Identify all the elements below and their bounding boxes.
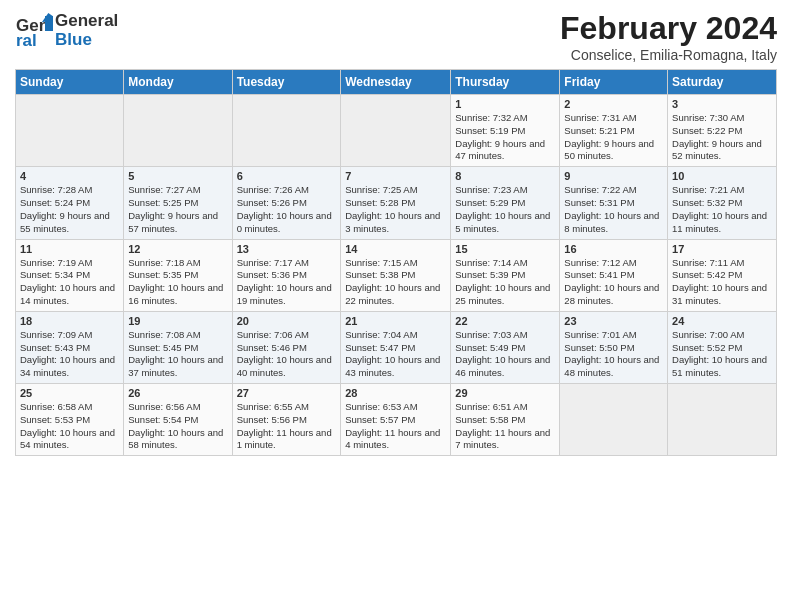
day-info: Sunrise: 7:09 AM Sunset: 5:43 PM Dayligh…: [20, 329, 119, 380]
day-number: 27: [237, 387, 337, 399]
day-info: Sunrise: 7:00 AM Sunset: 5:52 PM Dayligh…: [672, 329, 772, 380]
day-info: Sunrise: 6:51 AM Sunset: 5:58 PM Dayligh…: [455, 401, 555, 452]
day-info: Sunrise: 7:19 AM Sunset: 5:34 PM Dayligh…: [20, 257, 119, 308]
calendar-cell: [668, 384, 777, 456]
calendar-cell: 20Sunrise: 7:06 AM Sunset: 5:46 PM Dayli…: [232, 311, 341, 383]
calendar-week-4: 25Sunrise: 6:58 AM Sunset: 5:53 PM Dayli…: [16, 384, 777, 456]
col-thursday: Thursday: [451, 70, 560, 95]
calendar-cell: 21Sunrise: 7:04 AM Sunset: 5:47 PM Dayli…: [341, 311, 451, 383]
logo-icon: Gene ral: [15, 11, 53, 49]
day-info: Sunrise: 7:03 AM Sunset: 5:49 PM Dayligh…: [455, 329, 555, 380]
day-number: 23: [564, 315, 663, 327]
calendar-cell: 29Sunrise: 6:51 AM Sunset: 5:58 PM Dayli…: [451, 384, 560, 456]
calendar-cell: 13Sunrise: 7:17 AM Sunset: 5:36 PM Dayli…: [232, 239, 341, 311]
day-number: 1: [455, 98, 555, 110]
svg-text:ral: ral: [16, 31, 37, 49]
calendar-cell: 11Sunrise: 7:19 AM Sunset: 5:34 PM Dayli…: [16, 239, 124, 311]
day-number: 15: [455, 243, 555, 255]
calendar-cell: 24Sunrise: 7:00 AM Sunset: 5:52 PM Dayli…: [668, 311, 777, 383]
calendar-cell: 9Sunrise: 7:22 AM Sunset: 5:31 PM Daylig…: [560, 167, 668, 239]
day-info: Sunrise: 7:21 AM Sunset: 5:32 PM Dayligh…: [672, 184, 772, 235]
day-number: 9: [564, 170, 663, 182]
day-number: 24: [672, 315, 772, 327]
calendar-week-1: 4Sunrise: 7:28 AM Sunset: 5:24 PM Daylig…: [16, 167, 777, 239]
calendar-cell: [232, 95, 341, 167]
calendar-cell: 25Sunrise: 6:58 AM Sunset: 5:53 PM Dayli…: [16, 384, 124, 456]
day-info: Sunrise: 7:28 AM Sunset: 5:24 PM Dayligh…: [20, 184, 119, 235]
logo-general-text: General: [55, 12, 118, 31]
calendar-cell: 19Sunrise: 7:08 AM Sunset: 5:45 PM Dayli…: [124, 311, 232, 383]
day-info: Sunrise: 7:08 AM Sunset: 5:45 PM Dayligh…: [128, 329, 227, 380]
day-number: 16: [564, 243, 663, 255]
calendar-cell: 8Sunrise: 7:23 AM Sunset: 5:29 PM Daylig…: [451, 167, 560, 239]
calendar-cell: 5Sunrise: 7:27 AM Sunset: 5:25 PM Daylig…: [124, 167, 232, 239]
calendar-cell: [124, 95, 232, 167]
calendar-cell: 3Sunrise: 7:30 AM Sunset: 5:22 PM Daylig…: [668, 95, 777, 167]
calendar-week-0: 1Sunrise: 7:32 AM Sunset: 5:19 PM Daylig…: [16, 95, 777, 167]
col-friday: Friday: [560, 70, 668, 95]
calendar-cell: 6Sunrise: 7:26 AM Sunset: 5:26 PM Daylig…: [232, 167, 341, 239]
day-number: 8: [455, 170, 555, 182]
day-info: Sunrise: 6:56 AM Sunset: 5:54 PM Dayligh…: [128, 401, 227, 452]
day-number: 25: [20, 387, 119, 399]
calendar-cell: 17Sunrise: 7:11 AM Sunset: 5:42 PM Dayli…: [668, 239, 777, 311]
col-monday: Monday: [124, 70, 232, 95]
col-wednesday: Wednesday: [341, 70, 451, 95]
calendar-header-row: Sunday Monday Tuesday Wednesday Thursday…: [16, 70, 777, 95]
day-info: Sunrise: 7:27 AM Sunset: 5:25 PM Dayligh…: [128, 184, 227, 235]
day-number: 22: [455, 315, 555, 327]
col-tuesday: Tuesday: [232, 70, 341, 95]
day-number: 18: [20, 315, 119, 327]
calendar-cell: 15Sunrise: 7:14 AM Sunset: 5:39 PM Dayli…: [451, 239, 560, 311]
calendar-week-3: 18Sunrise: 7:09 AM Sunset: 5:43 PM Dayli…: [16, 311, 777, 383]
day-number: 19: [128, 315, 227, 327]
calendar-cell: 23Sunrise: 7:01 AM Sunset: 5:50 PM Dayli…: [560, 311, 668, 383]
page-title: February 2024: [560, 10, 777, 47]
day-number: 4: [20, 170, 119, 182]
calendar-cell: 10Sunrise: 7:21 AM Sunset: 5:32 PM Dayli…: [668, 167, 777, 239]
day-info: Sunrise: 7:26 AM Sunset: 5:26 PM Dayligh…: [237, 184, 337, 235]
day-number: 6: [237, 170, 337, 182]
calendar-cell: [560, 384, 668, 456]
calendar-cell: 7Sunrise: 7:25 AM Sunset: 5:28 PM Daylig…: [341, 167, 451, 239]
day-info: Sunrise: 7:32 AM Sunset: 5:19 PM Dayligh…: [455, 112, 555, 163]
day-info: Sunrise: 6:55 AM Sunset: 5:56 PM Dayligh…: [237, 401, 337, 452]
calendar-cell: 26Sunrise: 6:56 AM Sunset: 5:54 PM Dayli…: [124, 384, 232, 456]
calendar-cell: 27Sunrise: 6:55 AM Sunset: 5:56 PM Dayli…: [232, 384, 341, 456]
col-sunday: Sunday: [16, 70, 124, 95]
day-number: 20: [237, 315, 337, 327]
day-number: 12: [128, 243, 227, 255]
day-number: 17: [672, 243, 772, 255]
day-number: 26: [128, 387, 227, 399]
calendar-cell: 16Sunrise: 7:12 AM Sunset: 5:41 PM Dayli…: [560, 239, 668, 311]
calendar-cell: 1Sunrise: 7:32 AM Sunset: 5:19 PM Daylig…: [451, 95, 560, 167]
calendar-table: Sunday Monday Tuesday Wednesday Thursday…: [15, 69, 777, 456]
day-info: Sunrise: 6:58 AM Sunset: 5:53 PM Dayligh…: [20, 401, 119, 452]
day-info: Sunrise: 7:15 AM Sunset: 5:38 PM Dayligh…: [345, 257, 446, 308]
day-number: 3: [672, 98, 772, 110]
day-number: 7: [345, 170, 446, 182]
day-info: Sunrise: 7:23 AM Sunset: 5:29 PM Dayligh…: [455, 184, 555, 235]
day-info: Sunrise: 7:11 AM Sunset: 5:42 PM Dayligh…: [672, 257, 772, 308]
day-number: 28: [345, 387, 446, 399]
day-number: 5: [128, 170, 227, 182]
calendar-cell: 2Sunrise: 7:31 AM Sunset: 5:21 PM Daylig…: [560, 95, 668, 167]
calendar-cell: [16, 95, 124, 167]
calendar-week-2: 11Sunrise: 7:19 AM Sunset: 5:34 PM Dayli…: [16, 239, 777, 311]
day-info: Sunrise: 7:25 AM Sunset: 5:28 PM Dayligh…: [345, 184, 446, 235]
day-number: 11: [20, 243, 119, 255]
day-info: Sunrise: 7:17 AM Sunset: 5:36 PM Dayligh…: [237, 257, 337, 308]
day-info: Sunrise: 7:12 AM Sunset: 5:41 PM Dayligh…: [564, 257, 663, 308]
title-area: February 2024 Conselice, Emilia-Romagna,…: [560, 10, 777, 63]
day-info: Sunrise: 7:01 AM Sunset: 5:50 PM Dayligh…: [564, 329, 663, 380]
calendar-cell: 28Sunrise: 6:53 AM Sunset: 5:57 PM Dayli…: [341, 384, 451, 456]
calendar-cell: 4Sunrise: 7:28 AM Sunset: 5:24 PM Daylig…: [16, 167, 124, 239]
day-info: Sunrise: 7:22 AM Sunset: 5:31 PM Dayligh…: [564, 184, 663, 235]
day-number: 10: [672, 170, 772, 182]
page-subtitle: Conselice, Emilia-Romagna, Italy: [560, 47, 777, 63]
day-info: Sunrise: 7:14 AM Sunset: 5:39 PM Dayligh…: [455, 257, 555, 308]
page-container: Gene ral General Blue February 2024 Cons…: [0, 0, 792, 466]
calendar-cell: 18Sunrise: 7:09 AM Sunset: 5:43 PM Dayli…: [16, 311, 124, 383]
header: Gene ral General Blue February 2024 Cons…: [15, 10, 777, 63]
day-info: Sunrise: 7:04 AM Sunset: 5:47 PM Dayligh…: [345, 329, 446, 380]
